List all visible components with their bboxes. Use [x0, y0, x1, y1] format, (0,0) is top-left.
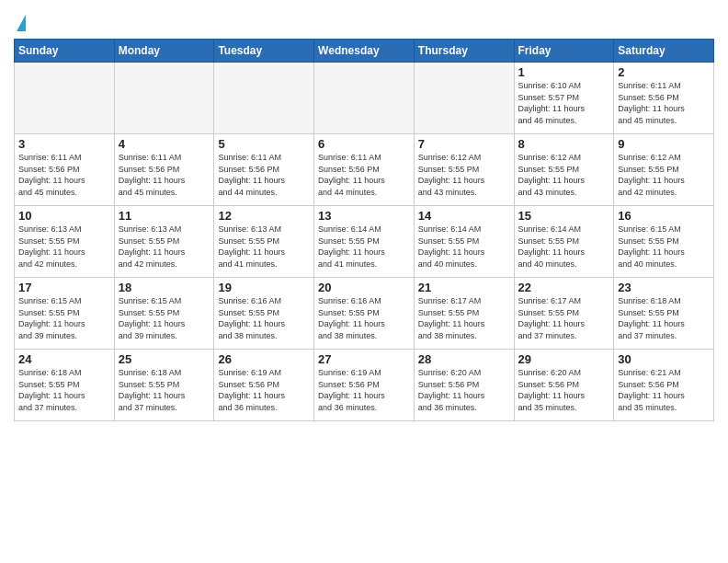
day-number: 3	[18, 137, 110, 151]
day-info: Sunrise: 6:15 AMSunset: 5:55 PMDaylight:…	[618, 224, 710, 270]
day-info: Sunrise: 6:14 AMSunset: 5:55 PMDaylight:…	[518, 224, 610, 270]
calendar-cell: 24Sunrise: 6:18 AMSunset: 5:55 PMDayligh…	[15, 350, 115, 421]
header	[14, 9, 714, 31]
day-info: Sunrise: 6:18 AMSunset: 5:55 PMDaylight:…	[618, 295, 710, 341]
day-info: Sunrise: 6:21 AMSunset: 5:56 PMDaylight:…	[618, 367, 710, 413]
logo-triangle-icon	[17, 15, 26, 31]
calendar-cell: 3Sunrise: 6:11 AMSunset: 5:56 PMDaylight…	[15, 134, 115, 206]
calendar-cell: 26Sunrise: 6:19 AMSunset: 5:56 PMDayligh…	[214, 350, 314, 421]
day-number: 27	[318, 352, 410, 366]
calendar-cell: 8Sunrise: 6:12 AMSunset: 5:55 PMDaylight…	[514, 134, 614, 206]
calendar-cell: 1Sunrise: 6:10 AMSunset: 5:57 PMDaylight…	[514, 63, 614, 134]
calendar-body: 1Sunrise: 6:10 AMSunset: 5:57 PMDaylight…	[15, 63, 714, 421]
day-number: 23	[618, 281, 710, 294]
day-number: 29	[518, 352, 610, 366]
day-info: Sunrise: 6:13 AMSunset: 5:55 PMDaylight:…	[119, 224, 210, 270]
calendar-table: SundayMondayTuesdayWednesdayThursdayFrid…	[14, 39, 714, 421]
day-number: 21	[418, 281, 510, 294]
calendar-cell: 18Sunrise: 6:15 AMSunset: 5:55 PMDayligh…	[114, 278, 214, 350]
calendar-cell: 23Sunrise: 6:18 AMSunset: 5:55 PMDayligh…	[614, 278, 714, 350]
day-info: Sunrise: 6:11 AMSunset: 5:56 PMDaylight:…	[119, 152, 210, 198]
day-number: 19	[218, 281, 310, 294]
calendar-cell: 25Sunrise: 6:18 AMSunset: 5:55 PMDayligh…	[114, 350, 214, 421]
day-number: 7	[418, 137, 510, 151]
calendar-cell	[15, 63, 115, 134]
day-info: Sunrise: 6:15 AMSunset: 5:55 PMDaylight:…	[18, 295, 110, 341]
calendar-cell: 4Sunrise: 6:11 AMSunset: 5:56 PMDaylight…	[114, 134, 214, 206]
day-info: Sunrise: 6:11 AMSunset: 5:56 PMDaylight:…	[618, 80, 710, 126]
calendar-cell: 15Sunrise: 6:14 AMSunset: 5:55 PMDayligh…	[514, 206, 614, 278]
calendar-cell: 29Sunrise: 6:20 AMSunset: 5:56 PMDayligh…	[514, 350, 614, 421]
day-number: 26	[218, 352, 310, 366]
day-info: Sunrise: 6:15 AMSunset: 5:55 PMDaylight:…	[119, 295, 210, 341]
day-info: Sunrise: 6:14 AMSunset: 5:55 PMDaylight:…	[318, 224, 410, 270]
calendar-cell: 28Sunrise: 6:20 AMSunset: 5:56 PMDayligh…	[414, 350, 514, 421]
calendar-cell: 6Sunrise: 6:11 AMSunset: 5:56 PMDaylight…	[314, 134, 415, 206]
day-number: 1	[518, 65, 610, 79]
day-info: Sunrise: 6:10 AMSunset: 5:57 PMDaylight:…	[518, 80, 610, 126]
calendar-cell: 20Sunrise: 6:16 AMSunset: 5:55 PMDayligh…	[314, 278, 415, 350]
day-number: 8	[518, 137, 610, 151]
calendar-cell: 12Sunrise: 6:13 AMSunset: 5:55 PMDayligh…	[214, 206, 314, 278]
calendar-cell: 14Sunrise: 6:14 AMSunset: 5:55 PMDayligh…	[414, 206, 514, 278]
day-number: 20	[318, 281, 410, 294]
day-number: 17	[18, 281, 110, 294]
calendar-cell: 13Sunrise: 6:14 AMSunset: 5:55 PMDayligh…	[314, 206, 415, 278]
calendar-cell: 9Sunrise: 6:12 AMSunset: 5:55 PMDaylight…	[614, 134, 714, 206]
day-number: 10	[18, 209, 110, 223]
calendar-week-row: 10Sunrise: 6:13 AMSunset: 5:55 PMDayligh…	[15, 206, 714, 278]
day-number: 4	[119, 137, 210, 151]
calendar-cell: 7Sunrise: 6:12 AMSunset: 5:55 PMDaylight…	[414, 134, 514, 206]
calendar-cell: 17Sunrise: 6:15 AMSunset: 5:55 PMDayligh…	[15, 278, 115, 350]
day-number: 30	[618, 352, 710, 366]
calendar-cell	[314, 63, 415, 134]
day-info: Sunrise: 6:11 AMSunset: 5:56 PMDaylight:…	[218, 152, 310, 198]
day-info: Sunrise: 6:11 AMSunset: 5:56 PMDaylight:…	[18, 152, 110, 198]
weekday-header-cell: Monday	[114, 40, 214, 63]
day-info: Sunrise: 6:16 AMSunset: 5:55 PMDaylight:…	[218, 295, 310, 341]
day-number: 11	[119, 209, 210, 223]
day-number: 25	[119, 352, 210, 366]
day-info: Sunrise: 6:19 AMSunset: 5:56 PMDaylight:…	[318, 367, 410, 413]
day-number: 24	[18, 352, 110, 366]
day-info: Sunrise: 6:13 AMSunset: 5:55 PMDaylight:…	[18, 224, 110, 270]
day-info: Sunrise: 6:17 AMSunset: 5:55 PMDaylight:…	[418, 295, 510, 341]
calendar-cell: 21Sunrise: 6:17 AMSunset: 5:55 PMDayligh…	[414, 278, 514, 350]
calendar-week-row: 17Sunrise: 6:15 AMSunset: 5:55 PMDayligh…	[15, 278, 714, 350]
calendar-cell: 2Sunrise: 6:11 AMSunset: 5:56 PMDaylight…	[614, 63, 714, 134]
day-info: Sunrise: 6:16 AMSunset: 5:55 PMDaylight:…	[318, 295, 410, 341]
weekday-header-cell: Tuesday	[214, 40, 314, 63]
calendar-cell: 19Sunrise: 6:16 AMSunset: 5:55 PMDayligh…	[214, 278, 314, 350]
day-info: Sunrise: 6:17 AMSunset: 5:55 PMDaylight:…	[518, 295, 610, 341]
day-number: 5	[218, 137, 310, 151]
weekday-header-cell: Sunday	[15, 40, 115, 63]
day-info: Sunrise: 6:12 AMSunset: 5:55 PMDaylight:…	[518, 152, 610, 198]
calendar-cell: 22Sunrise: 6:17 AMSunset: 5:55 PMDayligh…	[514, 278, 614, 350]
calendar-cell	[114, 63, 214, 134]
day-number: 14	[418, 209, 510, 223]
day-info: Sunrise: 6:18 AMSunset: 5:55 PMDaylight:…	[119, 367, 210, 413]
day-info: Sunrise: 6:20 AMSunset: 5:56 PMDaylight:…	[518, 367, 610, 413]
day-info: Sunrise: 6:11 AMSunset: 5:56 PMDaylight:…	[318, 152, 410, 198]
calendar-cell: 16Sunrise: 6:15 AMSunset: 5:55 PMDayligh…	[614, 206, 714, 278]
day-info: Sunrise: 6:12 AMSunset: 5:55 PMDaylight:…	[618, 152, 710, 198]
day-number: 6	[318, 137, 410, 151]
day-number: 22	[518, 281, 610, 294]
day-info: Sunrise: 6:20 AMSunset: 5:56 PMDaylight:…	[418, 367, 510, 413]
day-info: Sunrise: 6:13 AMSunset: 5:55 PMDaylight:…	[218, 224, 310, 270]
day-number: 2	[618, 65, 710, 79]
weekday-header-cell: Saturday	[614, 40, 714, 63]
calendar-cell: 10Sunrise: 6:13 AMSunset: 5:55 PMDayligh…	[15, 206, 115, 278]
weekday-header-row: SundayMondayTuesdayWednesdayThursdayFrid…	[15, 40, 714, 63]
day-number: 9	[618, 137, 710, 151]
day-number: 18	[119, 281, 210, 294]
day-number: 13	[318, 209, 410, 223]
calendar-cell: 5Sunrise: 6:11 AMSunset: 5:56 PMDaylight…	[214, 134, 314, 206]
calendar-cell: 30Sunrise: 6:21 AMSunset: 5:56 PMDayligh…	[614, 350, 714, 421]
calendar-week-row: 1Sunrise: 6:10 AMSunset: 5:57 PMDaylight…	[15, 63, 714, 134]
day-info: Sunrise: 6:14 AMSunset: 5:55 PMDaylight:…	[418, 224, 510, 270]
day-info: Sunrise: 6:19 AMSunset: 5:56 PMDaylight:…	[218, 367, 310, 413]
day-info: Sunrise: 6:18 AMSunset: 5:55 PMDaylight:…	[18, 367, 110, 413]
day-info: Sunrise: 6:12 AMSunset: 5:55 PMDaylight:…	[418, 152, 510, 198]
logo	[14, 13, 26, 31]
